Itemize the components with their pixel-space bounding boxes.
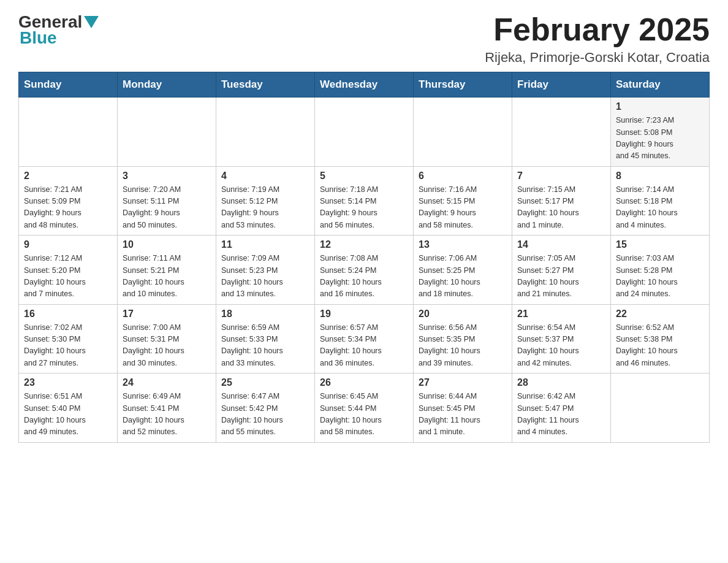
table-row: 14Sunrise: 7:05 AM Sunset: 5:27 PM Dayli…: [512, 236, 611, 305]
day-number: 11: [221, 239, 309, 250]
day-number: 3: [123, 170, 211, 182]
calendar-week-row: 1Sunrise: 7:23 AM Sunset: 5:08 PM Daylig…: [19, 98, 710, 167]
table-row: [512, 98, 611, 167]
day-number: 6: [419, 170, 507, 182]
day-number: 22: [616, 308, 704, 320]
table-row: 6Sunrise: 7:16 AM Sunset: 5:15 PM Daylig…: [414, 166, 512, 236]
day-number: 17: [123, 308, 211, 320]
calendar-week-row: 23Sunrise: 6:51 AM Sunset: 5:40 PM Dayli…: [19, 373, 710, 443]
day-info: Sunrise: 7:21 AM Sunset: 5:09 PM Dayligh…: [24, 184, 112, 232]
day-info: Sunrise: 7:00 AM Sunset: 5:31 PM Dayligh…: [123, 322, 211, 370]
table-row: [315, 98, 414, 167]
day-info: Sunrise: 7:12 AM Sunset: 5:20 PM Dayligh…: [24, 253, 112, 301]
day-info: Sunrise: 7:16 AM Sunset: 5:15 PM Dayligh…: [419, 184, 507, 232]
table-row: 19Sunrise: 6:57 AM Sunset: 5:34 PM Dayli…: [315, 304, 414, 373]
day-number: 14: [517, 239, 605, 250]
month-title: February 2025: [485, 12, 710, 47]
day-info: Sunrise: 6:44 AM Sunset: 5:45 PM Dayligh…: [419, 391, 507, 439]
calendar-table: Sunday Monday Tuesday Wednesday Thursday…: [18, 72, 710, 443]
day-info: Sunrise: 7:18 AM Sunset: 5:14 PM Dayligh…: [320, 184, 408, 232]
day-info: Sunrise: 6:52 AM Sunset: 5:38 PM Dayligh…: [616, 322, 704, 370]
day-info: Sunrise: 7:15 AM Sunset: 5:17 PM Dayligh…: [517, 184, 605, 232]
day-info: Sunrise: 6:49 AM Sunset: 5:41 PM Dayligh…: [123, 391, 211, 439]
day-info: Sunrise: 6:45 AM Sunset: 5:44 PM Dayligh…: [320, 391, 408, 439]
table-row: 5Sunrise: 7:18 AM Sunset: 5:14 PM Daylig…: [315, 166, 414, 236]
day-info: Sunrise: 6:56 AM Sunset: 5:35 PM Dayligh…: [419, 322, 507, 370]
table-row: 21Sunrise: 6:54 AM Sunset: 5:37 PM Dayli…: [512, 304, 611, 373]
table-row: [118, 98, 216, 167]
calendar-week-row: 9Sunrise: 7:12 AM Sunset: 5:20 PM Daylig…: [19, 236, 710, 305]
day-number: 27: [419, 377, 507, 388]
table-row: 10Sunrise: 7:11 AM Sunset: 5:21 PM Dayli…: [118, 236, 216, 305]
title-area: February 2025 Rijeka, Primorje-Gorski Ko…: [485, 12, 710, 66]
table-row: 11Sunrise: 7:09 AM Sunset: 5:23 PM Dayli…: [216, 236, 315, 305]
day-number: 10: [123, 239, 211, 250]
day-info: Sunrise: 7:06 AM Sunset: 5:25 PM Dayligh…: [419, 253, 507, 301]
day-number: 16: [24, 308, 112, 320]
day-info: Sunrise: 6:54 AM Sunset: 5:37 PM Dayligh…: [517, 322, 605, 370]
col-wednesday: Wednesday: [315, 72, 414, 98]
day-number: 28: [517, 377, 605, 388]
location: Rijeka, Primorje-Gorski Kotar, Croatia: [485, 50, 710, 66]
col-saturday: Saturday: [611, 72, 710, 98]
logo: General Blue: [18, 12, 100, 48]
table-row: 16Sunrise: 7:02 AM Sunset: 5:30 PM Dayli…: [19, 304, 118, 373]
table-row: 2Sunrise: 7:21 AM Sunset: 5:09 PM Daylig…: [19, 166, 118, 236]
logo-blue-text: Blue: [20, 28, 57, 47]
day-number: 25: [221, 377, 309, 388]
day-number: 5: [320, 170, 408, 182]
table-row: 17Sunrise: 7:00 AM Sunset: 5:31 PM Dayli…: [118, 304, 216, 373]
day-info: Sunrise: 7:19 AM Sunset: 5:12 PM Dayligh…: [221, 184, 309, 232]
day-number: 24: [123, 377, 211, 388]
day-number: 7: [517, 170, 605, 182]
day-info: Sunrise: 7:02 AM Sunset: 5:30 PM Dayligh…: [24, 322, 112, 370]
day-info: Sunrise: 7:14 AM Sunset: 5:18 PM Dayligh…: [616, 184, 704, 232]
calendar-week-row: 2Sunrise: 7:21 AM Sunset: 5:09 PM Daylig…: [19, 166, 710, 236]
day-info: Sunrise: 7:05 AM Sunset: 5:27 PM Dayligh…: [517, 253, 605, 301]
table-row: 25Sunrise: 6:47 AM Sunset: 5:42 PM Dayli…: [216, 373, 315, 443]
day-number: 9: [24, 239, 112, 250]
day-info: Sunrise: 7:09 AM Sunset: 5:23 PM Dayligh…: [221, 253, 309, 301]
table-row: 18Sunrise: 6:59 AM Sunset: 5:33 PM Dayli…: [216, 304, 315, 373]
day-info: Sunrise: 6:47 AM Sunset: 5:42 PM Dayligh…: [221, 391, 309, 439]
day-number: 2: [24, 170, 112, 182]
table-row: 3Sunrise: 7:20 AM Sunset: 5:11 PM Daylig…: [118, 166, 216, 236]
table-row: 23Sunrise: 6:51 AM Sunset: 5:40 PM Dayli…: [19, 373, 118, 443]
table-row: 1Sunrise: 7:23 AM Sunset: 5:08 PM Daylig…: [611, 98, 710, 167]
table-row: 9Sunrise: 7:12 AM Sunset: 5:20 PM Daylig…: [19, 236, 118, 305]
day-number: 21: [517, 308, 605, 320]
day-number: 23: [24, 377, 112, 388]
table-row: 20Sunrise: 6:56 AM Sunset: 5:35 PM Dayli…: [414, 304, 512, 373]
table-row: 4Sunrise: 7:19 AM Sunset: 5:12 PM Daylig…: [216, 166, 315, 236]
table-row: [414, 98, 512, 167]
col-monday: Monday: [118, 72, 216, 98]
day-info: Sunrise: 6:57 AM Sunset: 5:34 PM Dayligh…: [320, 322, 408, 370]
day-number: 18: [221, 308, 309, 320]
page-header: General Blue February 2025 Rijeka, Primo…: [18, 12, 710, 66]
day-info: Sunrise: 7:03 AM Sunset: 5:28 PM Dayligh…: [616, 253, 704, 301]
day-info: Sunrise: 6:59 AM Sunset: 5:33 PM Dayligh…: [221, 322, 309, 370]
table-row: [216, 98, 315, 167]
table-row: 13Sunrise: 7:06 AM Sunset: 5:25 PM Dayli…: [414, 236, 512, 305]
col-tuesday: Tuesday: [216, 72, 315, 98]
day-number: 15: [616, 239, 704, 250]
table-row: 7Sunrise: 7:15 AM Sunset: 5:17 PM Daylig…: [512, 166, 611, 236]
col-sunday: Sunday: [19, 72, 118, 98]
day-number: 4: [221, 170, 309, 182]
table-row: 22Sunrise: 6:52 AM Sunset: 5:38 PM Dayli…: [611, 304, 710, 373]
day-info: Sunrise: 7:08 AM Sunset: 5:24 PM Dayligh…: [320, 253, 408, 301]
table-row: 26Sunrise: 6:45 AM Sunset: 5:44 PM Dayli…: [315, 373, 414, 443]
col-friday: Friday: [512, 72, 611, 98]
table-row: 28Sunrise: 6:42 AM Sunset: 5:47 PM Dayli…: [512, 373, 611, 443]
table-row: 27Sunrise: 6:44 AM Sunset: 5:45 PM Dayli…: [414, 373, 512, 443]
table-row: 8Sunrise: 7:14 AM Sunset: 5:18 PM Daylig…: [611, 166, 710, 236]
table-row: [611, 373, 710, 443]
day-number: 12: [320, 239, 408, 250]
day-info: Sunrise: 7:11 AM Sunset: 5:21 PM Dayligh…: [123, 253, 211, 301]
day-info: Sunrise: 6:42 AM Sunset: 5:47 PM Dayligh…: [517, 391, 605, 439]
day-number: 19: [320, 308, 408, 320]
calendar-week-row: 16Sunrise: 7:02 AM Sunset: 5:30 PM Dayli…: [19, 304, 710, 373]
day-number: 8: [616, 170, 704, 182]
table-row: 12Sunrise: 7:08 AM Sunset: 5:24 PM Dayli…: [315, 236, 414, 305]
day-number: 1: [616, 101, 704, 112]
